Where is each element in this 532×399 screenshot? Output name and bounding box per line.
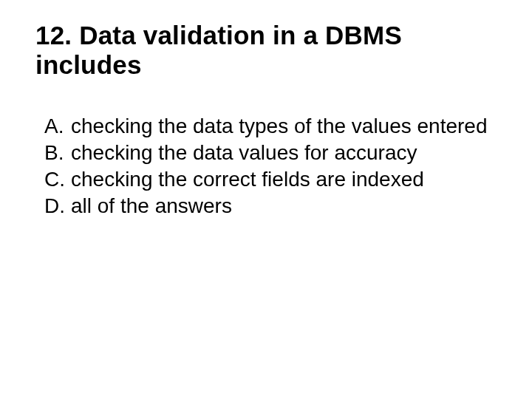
question-title: 12. Data validation in a DBMS includes <box>35 21 502 80</box>
option-label: A. <box>35 114 71 139</box>
option-text: checking the correct fields are indexed <box>71 167 502 192</box>
option-text: all of the answers <box>71 194 502 219</box>
option-text: checking the data values for accuracy <box>71 140 502 166</box>
question-text: Data validation in a DBMS includes <box>35 21 402 79</box>
option-text: checking the data types of the values en… <box>71 114 502 139</box>
option-label: B. <box>35 140 71 166</box>
question-number: 12. <box>35 21 72 50</box>
option-label: C. <box>35 167 71 192</box>
option-label: D. <box>35 194 71 219</box>
options-list: A. checking the data types of the values… <box>35 114 502 219</box>
slide: 12. Data validation in a DBMS includes A… <box>0 0 532 399</box>
